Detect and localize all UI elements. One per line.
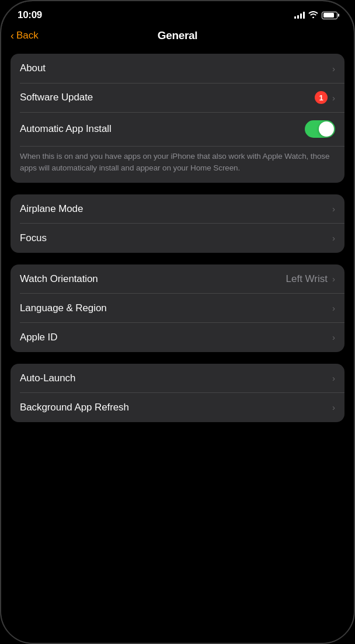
status-time: 10:09 xyxy=(18,9,42,21)
section-top: About › Software Update 1 › Automatic Ap… xyxy=(11,54,344,183)
apple-id-chevron-icon: › xyxy=(332,332,335,342)
auto-app-install-right xyxy=(305,120,335,138)
focus-label: Focus xyxy=(20,232,47,244)
status-icons xyxy=(294,11,337,20)
background-refresh-menu-item[interactable]: Background App Refresh › xyxy=(11,393,344,422)
section-connectivity: Airplane Mode › Focus › xyxy=(11,194,344,253)
software-update-right: 1 › xyxy=(315,91,335,104)
auto-launch-label: Auto-Launch xyxy=(20,373,75,384)
phone-frame: 10:09 ‹ Back General xyxy=(0,0,355,644)
auto-launch-right: › xyxy=(332,373,335,383)
focus-right: › xyxy=(332,233,335,243)
auto-app-install-menu-item[interactable]: Automatic App Install xyxy=(11,112,344,146)
auto-app-install-toggle[interactable] xyxy=(305,120,335,138)
phone-screen: 10:09 ‹ Back General xyxy=(1,1,354,643)
about-menu-item[interactable]: About › xyxy=(11,54,344,83)
nav-title: General xyxy=(158,29,198,42)
language-region-label: Language & Region xyxy=(20,302,107,314)
watch-orientation-value: Left Wrist xyxy=(286,273,328,285)
content-area: About › Software Update 1 › Automatic Ap… xyxy=(1,49,354,629)
wifi-icon xyxy=(308,11,318,20)
auto-launch-chevron-icon: › xyxy=(332,373,335,383)
battery-icon xyxy=(322,12,337,19)
software-update-badge: 1 xyxy=(315,91,328,104)
watch-orientation-right: Left Wrist › xyxy=(286,273,335,285)
focus-menu-item[interactable]: Focus › xyxy=(11,224,344,253)
airplane-mode-label: Airplane Mode xyxy=(20,203,83,215)
background-refresh-right: › xyxy=(332,402,335,412)
airplane-mode-menu-item[interactable]: Airplane Mode › xyxy=(11,194,344,224)
status-bar: 10:09 xyxy=(1,1,354,25)
auto-app-install-label: Automatic App Install xyxy=(20,123,112,135)
focus-chevron-icon: › xyxy=(332,233,335,243)
airplane-mode-right: › xyxy=(332,204,335,214)
auto-launch-menu-item[interactable]: Auto-Launch › xyxy=(11,364,344,393)
apple-id-right: › xyxy=(332,332,335,342)
software-update-menu-item[interactable]: Software Update 1 › xyxy=(11,83,344,112)
nav-header: ‹ Back General xyxy=(1,25,354,49)
about-label: About xyxy=(20,62,46,74)
signal-icon xyxy=(294,12,305,19)
about-right: › xyxy=(332,64,335,74)
back-label: Back xyxy=(16,30,39,41)
language-region-menu-item[interactable]: Language & Region › xyxy=(11,294,344,323)
watch-orientation-chevron-icon: › xyxy=(332,274,335,284)
language-region-right: › xyxy=(332,303,335,313)
background-refresh-chevron-icon: › xyxy=(332,402,335,412)
section-launch: Auto-Launch › Background App Refresh › xyxy=(11,364,344,422)
software-update-label: Software Update xyxy=(20,92,93,103)
section-settings: Watch Orientation Left Wrist › Language … xyxy=(11,264,344,352)
airplane-mode-chevron-icon: › xyxy=(332,204,335,214)
background-refresh-label: Background App Refresh xyxy=(20,402,129,413)
bottom-safe-area xyxy=(1,629,354,643)
about-chevron-icon: › xyxy=(332,64,335,74)
toggle-knob xyxy=(319,121,334,137)
watch-orientation-label: Watch Orientation xyxy=(20,273,98,285)
back-button[interactable]: ‹ Back xyxy=(11,30,39,41)
language-region-chevron-icon: › xyxy=(332,303,335,313)
software-update-chevron-icon: › xyxy=(332,93,335,103)
apple-id-label: Apple ID xyxy=(20,332,57,343)
watch-orientation-menu-item[interactable]: Watch Orientation Left Wrist › xyxy=(11,264,344,294)
back-chevron-icon: ‹ xyxy=(11,30,14,41)
auto-app-install-description: When this is on and you have apps on you… xyxy=(11,146,344,183)
apple-id-menu-item[interactable]: Apple ID › xyxy=(11,323,344,352)
